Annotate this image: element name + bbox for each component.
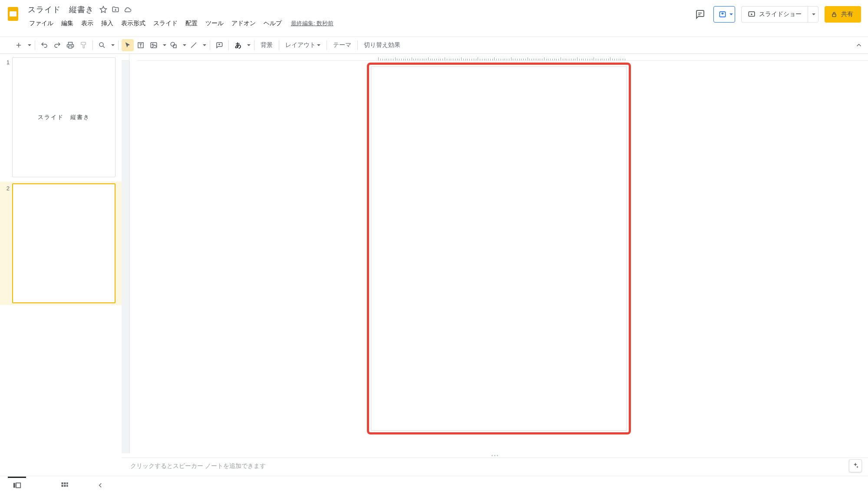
titlebar: スライド 縦書き ファイル 編集 表示 挿入 表示形式 スライド 配置 ツール … [0,0,868,36]
layout-button[interactable]: レイアウト [282,39,324,51]
svg-rect-14 [62,482,63,484]
svg-rect-4 [832,14,836,17]
background-button[interactable]: 背景 [257,39,276,51]
svg-point-10 [171,42,175,46]
menubar: ファイル 編集 表示 挿入 表示形式 スライド 配置 ツール アドオン ヘルプ … [25,17,693,30]
toolbar: あ 背景 レイアウト テーマ 切り替え効果 [0,36,868,54]
svg-rect-11 [173,45,176,48]
svg-rect-18 [64,485,66,487]
doc-title[interactable]: スライド 縦書き [25,3,96,16]
menu-view[interactable]: 表示 [77,18,97,29]
slideshow-dropdown[interactable] [808,7,818,22]
slide-highlight [367,63,631,434]
image-button[interactable] [148,39,160,51]
shape-button[interactable] [168,39,180,51]
transition-button[interactable]: 切り替え効果 [360,39,404,51]
share-button[interactable]: 共有 [825,6,861,23]
comment-button[interactable] [213,39,225,51]
footer [0,476,868,494]
undo-button[interactable] [38,39,50,51]
print-button[interactable] [64,39,76,51]
present-share-button[interactable] [713,6,735,23]
svg-rect-16 [66,482,68,484]
menu-addons[interactable]: アドオン [228,18,260,29]
ruler-horizontal[interactable] [137,54,868,61]
svg-rect-1 [10,11,17,17]
svg-rect-15 [64,482,66,484]
svg-rect-13 [16,483,20,487]
menu-file[interactable]: ファイル [25,18,57,29]
slide-canvas[interactable] [371,66,627,431]
svg-rect-17 [62,485,63,487]
collapse-toolbar-icon[interactable] [855,41,863,49]
slides-app-icon[interactable] [4,5,22,23]
line-button[interactable] [188,39,200,51]
image-dropdown[interactable] [161,39,167,51]
grid-view-button[interactable] [56,477,74,494]
share-label: 共有 [841,10,853,18]
theme-button[interactable]: テーマ [330,39,355,51]
cloud-status-icon[interactable] [122,4,133,15]
zoom-dropdown[interactable] [109,39,115,51]
speaker-notes[interactable]: クリックするとスピーカー ノートを追加できます [122,458,868,476]
canvas-area[interactable] [129,61,868,453]
paint-format-button[interactable] [77,39,89,51]
select-tool-button[interactable] [122,39,134,51]
last-edit-link[interactable]: 最終編集: 数秒前 [291,20,333,27]
line-dropdown[interactable] [201,39,207,51]
ime-dropdown[interactable] [245,39,251,51]
svg-rect-12 [13,483,16,487]
notes-drag-handle[interactable] [122,453,868,458]
menu-edit[interactable]: 編集 [57,18,77,29]
textbox-button[interactable] [135,39,147,51]
ruler-vertical[interactable] [122,61,129,453]
menu-format[interactable]: 表示形式 [117,18,149,29]
thumb-row-2[interactable]: 2 [0,182,122,305]
thumb-slide-1[interactable]: スライド 縦書き [12,57,116,177]
thumb-number: 2 [3,183,12,303]
menu-help[interactable]: ヘルプ [260,18,286,29]
svg-rect-5 [69,46,72,48]
thumb-text: スライド 縦書き [38,113,90,121]
new-slide-button[interactable] [13,39,25,51]
menu-slide[interactable]: スライド [149,18,182,29]
slideshow-combo: スライドショー [741,6,818,23]
thumb-row-1[interactable]: 1 スライド 縦書き [3,57,116,177]
explore-button[interactable] [849,459,862,472]
svg-rect-19 [66,485,68,487]
menu-tools[interactable]: ツール [201,18,228,29]
filmstrip[interactable]: 1 スライド 縦書き 2 [0,54,122,476]
thumb-slide-2[interactable] [12,183,116,303]
star-icon[interactable] [98,4,109,15]
svg-rect-8 [151,43,157,48]
zoom-button[interactable] [96,39,108,51]
thumb-number: 1 [3,57,12,177]
menu-arrange[interactable]: 配置 [182,18,201,29]
menu-insert[interactable]: 挿入 [97,18,117,29]
svg-point-9 [152,44,153,45]
ime-button[interactable]: あ [232,39,244,51]
comments-icon[interactable] [693,7,707,22]
redo-button[interactable] [51,39,63,51]
collapse-filmstrip-button[interactable] [91,477,109,494]
svg-point-6 [99,43,103,46]
move-folder-icon[interactable] [110,4,121,15]
slideshow-label: スライドショー [759,10,802,18]
slideshow-button[interactable]: スライドショー [742,7,808,22]
layout-label: レイアウト [285,41,316,49]
shape-dropdown[interactable] [181,39,187,51]
new-slide-dropdown[interactable] [26,39,32,51]
filmstrip-view-button[interactable] [8,477,26,494]
